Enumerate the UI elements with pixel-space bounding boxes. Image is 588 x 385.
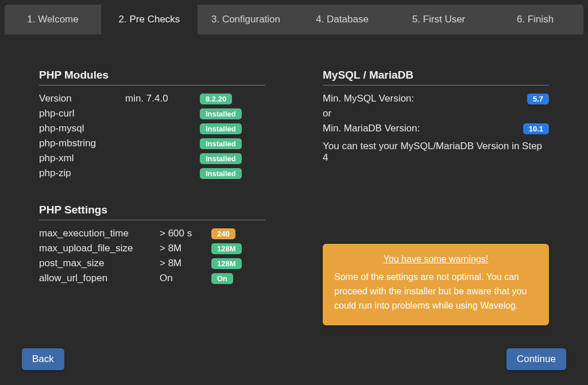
left-column: PHP Modules Version min. 7.4.0 8.2.20 ph… (39, 69, 265, 337)
setting-name: post_max_size (39, 258, 160, 269)
module-name: php-mbstring (39, 138, 125, 149)
status-badge: On (211, 273, 233, 284)
status-badge: Installed (200, 153, 242, 164)
status-badge: 10.1 (523, 123, 549, 134)
status-badge: 8.2.20 (200, 94, 232, 104)
setting-row-post-max: post_max_size > 8M 128M (39, 256, 265, 271)
tab-pre-checks[interactable]: 2. Pre Checks (101, 5, 198, 34)
alert-title: You have some warnings! (334, 254, 537, 265)
setting-row-max-exec: max_execution_time > 600 s 240 (39, 226, 265, 241)
module-name: Version (39, 93, 125, 104)
module-name: php-curl (39, 108, 125, 119)
db-name: Min. MySQL Version: (323, 93, 527, 104)
php-settings-title: PHP Settings (39, 204, 265, 220)
status-badge: Installed (200, 168, 242, 179)
php-modules-title: PHP Modules (39, 69, 265, 85)
module-row-mbstring: php-mbstring Installed (39, 136, 265, 151)
module-name: php-xml (39, 153, 125, 164)
db-name: Min. MariaDB Version: (323, 123, 523, 134)
tab-database[interactable]: 4. Database (294, 5, 390, 34)
tab-welcome[interactable]: 1. Welcome (5, 5, 101, 34)
db-note: You can test your MySQL/MariaDB Version … (323, 141, 549, 164)
setting-requirement: > 8M (160, 258, 211, 269)
php-modules-section: PHP Modules Version min. 7.4.0 8.2.20 ph… (39, 69, 265, 181)
db-row-mariadb: Min. MariaDB Version: 10.1 (323, 121, 549, 136)
setting-name: max_execution_time (39, 228, 160, 239)
module-row-mysql: php-mysql Installed (39, 121, 265, 136)
wizard-tabs: 1. Welcome 2. Pre Checks 3. Configuratio… (5, 5, 583, 34)
module-name: php-zip (39, 168, 125, 179)
back-button[interactable]: Back (22, 348, 64, 370)
status-badge: Installed (200, 108, 242, 119)
db-title: MySQL / MariaDB (323, 69, 549, 85)
module-requirement: min. 7.4.0 (125, 93, 200, 104)
tab-first-user[interactable]: 5. First User (390, 5, 487, 34)
footer-buttons: Back Continue (5, 348, 583, 380)
db-section: MySQL / MariaDB Min. MySQL Version: 5.7 … (323, 69, 549, 164)
tab-finish[interactable]: 6. Finish (487, 5, 583, 34)
status-badge: Installed (200, 123, 242, 134)
status-badge: 240 (211, 228, 235, 239)
continue-button[interactable]: Continue (506, 348, 566, 370)
module-row-version: Version min. 7.4.0 8.2.20 (39, 91, 265, 106)
setting-name: max_upload_file_size (39, 243, 160, 254)
setting-row-url-fopen: allow_url_fopen On On (39, 271, 265, 286)
module-row-curl: php-curl Installed (39, 106, 265, 121)
setting-requirement: > 8M (160, 243, 211, 254)
content-area: PHP Modules Version min. 7.4.0 8.2.20 ph… (5, 34, 583, 348)
db-or-label: or (323, 108, 549, 119)
module-name: php-mysql (39, 123, 125, 134)
tab-configuration[interactable]: 3. Configuration (198, 5, 294, 34)
status-badge: 5.7 (527, 94, 549, 104)
status-badge: 128M (211, 243, 242, 254)
module-row-xml: php-xml Installed (39, 151, 265, 166)
db-row-mysql: Min. MySQL Version: 5.7 (323, 91, 549, 106)
setting-requirement: On (160, 273, 211, 284)
alert-body: Some of the settings are not optimal. Yo… (334, 270, 537, 313)
status-badge: Installed (200, 138, 242, 149)
php-settings-section: PHP Settings max_execution_time > 600 s … (39, 204, 265, 286)
setting-name: allow_url_fopen (39, 273, 160, 284)
right-column: MySQL / MariaDB Min. MySQL Version: 5.7 … (323, 69, 549, 337)
setting-row-upload: max_upload_file_size > 8M 128M (39, 241, 265, 256)
warning-alert: You have some warnings! Some of the sett… (323, 244, 549, 325)
status-badge: 128M (211, 258, 242, 269)
setting-requirement: > 600 s (160, 228, 211, 239)
module-row-zip: php-zip Installed (39, 166, 265, 181)
db-row-or: or (323, 106, 549, 121)
installer-panel: 1. Welcome 2. Pre Checks 3. Configuratio… (5, 5, 583, 380)
